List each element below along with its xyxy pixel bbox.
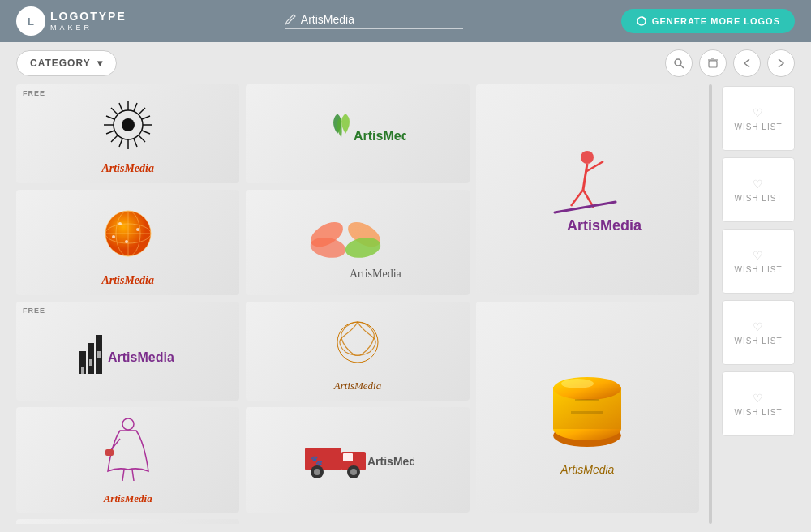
logo-card-flower[interactable]: ArtisMedia: [246, 190, 469, 295]
free-badge-building: FREE: [23, 307, 45, 315]
svg-point-28: [581, 151, 594, 164]
svg-point-74: [314, 469, 320, 475]
logo-card-fashion[interactable]: ArtisMedia: [16, 407, 239, 513]
svg-line-33: [555, 202, 616, 212]
logo-sub: MAKER: [50, 24, 127, 32]
logo-svg-ornament: ArtisMedia: [254, 310, 461, 393]
logo-svg-dark-sun: [24, 92, 231, 157]
svg-rect-72: [343, 453, 353, 461]
svg-line-26: [106, 116, 114, 119]
wishlist-label-5: WISH LIST: [734, 408, 782, 417]
wishlist-item-1[interactable]: ♡ WISH LIST: [722, 86, 795, 151]
svg-rect-63: [575, 399, 599, 401]
logo-card-dark-sun[interactable]: FREE: [16, 84, 239, 183]
search-icon: [673, 58, 684, 69]
prev-button[interactable]: [733, 49, 761, 77]
svg-rect-54: [89, 359, 92, 366]
heart-icon-4: ♡: [753, 320, 764, 333]
delete-button[interactable]: [699, 49, 727, 77]
logo-card-athlete[interactable]: ArtisMedia: [476, 84, 699, 295]
logo-svg-planet: [24, 198, 231, 269]
svg-line-24: [106, 131, 114, 134]
svg-line-23: [142, 131, 150, 134]
svg-line-31: [571, 190, 583, 206]
svg-point-76: [350, 469, 357, 475]
heart-icon-2: ♡: [753, 178, 764, 191]
next-button[interactable]: [767, 49, 795, 77]
svg-point-43: [125, 240, 128, 243]
wishlist-item-5[interactable]: ♡ WISH LIST: [722, 371, 795, 436]
chevron-right-icon: [777, 58, 785, 68]
svg-point-4: [675, 59, 681, 66]
svg-rect-6: [709, 61, 717, 67]
trash-icon: [707, 58, 719, 69]
logo-svg-flower: ArtisMedia: [254, 198, 461, 287]
logo-grid: FREE: [16, 84, 699, 524]
svg-point-62: [561, 379, 594, 388]
svg-line-16: [111, 108, 118, 114]
card-brand-name-planet: ArtisMedia: [101, 274, 154, 287]
svg-rect-51: [88, 343, 94, 374]
logo-area: L LOGOTYPE MAKER: [16, 6, 127, 36]
svg-rect-64: [571, 411, 603, 414]
svg-line-20: [119, 103, 122, 111]
heart-icon-5: ♡: [753, 392, 764, 405]
generate-button[interactable]: GENERATE MORE LOGOS: [621, 9, 795, 33]
heart-icon-3: ♡: [753, 249, 764, 262]
svg-line-17: [139, 135, 145, 142]
logo-icon: L: [16, 6, 45, 36]
card-brand-name-fashion: ArtisMedia: [104, 492, 152, 505]
wishlist-item-3[interactable]: ♡ WISH LIST: [722, 229, 795, 294]
logo-svg-building: ArtisMedia: [24, 310, 231, 393]
search-bar: [285, 13, 463, 29]
wishlist-item-4[interactable]: ♡ WISH LIST: [722, 300, 795, 365]
logo-card-green-leaves[interactable]: ArtisMedia: [246, 84, 469, 183]
logo-card-truck[interactable]: 🐾 ArtisMedia: [246, 407, 469, 513]
logo-svg-green-leaves: ArtisMedia: [254, 92, 461, 175]
search-button[interactable]: [665, 49, 693, 77]
category-dropdown[interactable]: CATEGORY ▾: [16, 50, 117, 76]
logo-card-planet[interactable]: ArtisMedia: [16, 190, 239, 295]
logo-name: LOGOTYPE: [50, 11, 127, 23]
svg-text:ArtisMedia: ArtisMedia: [108, 350, 174, 364]
svg-line-25: [142, 116, 150, 119]
pencil-icon: [285, 14, 296, 25]
svg-line-22: [119, 139, 122, 147]
logo-svg-athlete: ArtisMedia: [484, 92, 691, 287]
svg-text:ArtisMedia: ArtisMedia: [350, 268, 402, 280]
logo-card-building[interactable]: FREE ArtisMedia: [16, 302, 239, 401]
svg-rect-55: [97, 351, 101, 358]
svg-point-41: [118, 222, 122, 225]
logo-card-coins[interactable]: ArtisMedia: [476, 302, 699, 513]
heart-icon-1: ♡: [753, 106, 764, 119]
scrollbar[interactable]: [709, 84, 712, 524]
chevron-left-icon: [743, 58, 751, 68]
card-brand-name-ornament: ArtisMedia: [334, 380, 382, 393]
header: L LOGOTYPE MAKER GENERATE MORE LOGOS: [0, 0, 811, 42]
card-brand-name-coins: ArtisMedia: [560, 463, 614, 476]
wishlist-item-2[interactable]: ♡ WISH LIST: [722, 157, 795, 222]
svg-line-18: [111, 135, 118, 142]
search-input[interactable]: [301, 13, 463, 26]
logo-card-ornament[interactable]: ArtisMedia: [246, 302, 469, 401]
wishlist-sidebar: ♡ WISH LIST ♡ WISH LIST ♡ WISH LIST ♡ WI…: [722, 84, 795, 524]
wishlist-label-2: WISH LIST: [734, 194, 782, 203]
card-brand-name: ArtisMedia: [101, 162, 154, 175]
svg-rect-67: [105, 449, 114, 456]
wishlist-label-1: WISH LIST: [734, 122, 782, 131]
svg-line-69: [132, 470, 134, 481]
svg-line-29: [583, 164, 587, 190]
free-badge: FREE: [23, 89, 45, 97]
svg-text:ArtisMedia: ArtisMedia: [354, 129, 406, 143]
svg-rect-53: [81, 367, 84, 374]
svg-point-10: [122, 118, 135, 131]
chevron-down-icon: ▾: [97, 58, 103, 69]
toolbar-right: [665, 49, 795, 77]
logo-text-block: LOGOTYPE MAKER: [50, 11, 127, 31]
logo-svg-truck: 🐾 ArtisMedia: [254, 415, 461, 504]
main-content: FREE: [0, 84, 811, 532]
toolbar: CATEGORY ▾: [0, 42, 811, 84]
logo-card-arch[interactable]: ArtisMedia: [16, 519, 239, 524]
logo-svg-coins: ArtisMedia: [484, 310, 691, 504]
svg-line-19: [134, 103, 137, 111]
